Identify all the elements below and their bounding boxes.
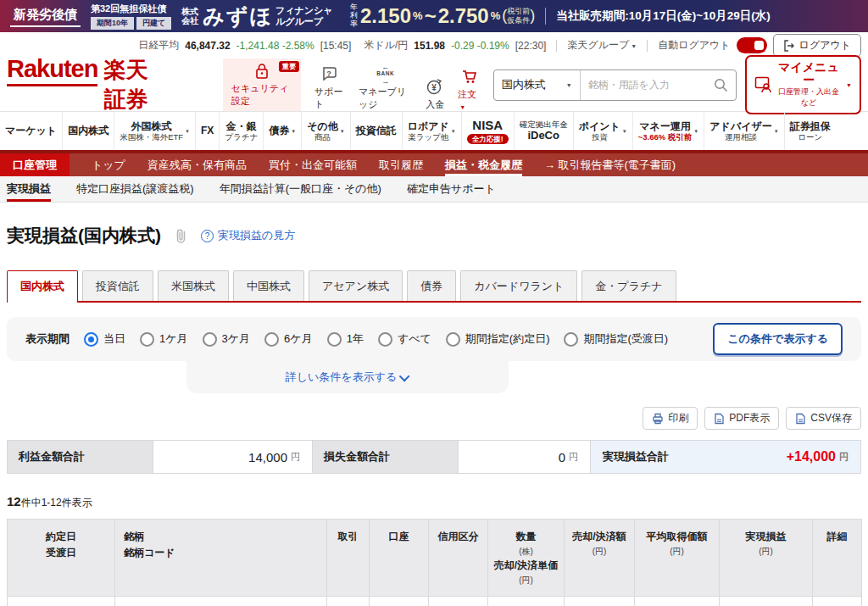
period-option-3months[interactable]: 3ケ月	[203, 331, 251, 347]
question-circle-icon	[201, 230, 214, 242]
table-row[interactable]: 2025/10/142025/10/16 京都フィナンシャルG5844 売埋 特…	[8, 597, 862, 606]
deposit-button[interactable]: ¥ 入金	[426, 77, 444, 111]
nikkei-time: [15:45]	[320, 40, 352, 52]
account-nav-pl-tax-history[interactable]: 損益・税金履歴	[445, 153, 522, 176]
support-label: サポート	[314, 86, 345, 111]
period-option-1year[interactable]: 1年	[327, 331, 364, 347]
tab-us-stocks[interactable]: 米国株式	[158, 270, 229, 301]
chevron-down-icon: ▼	[631, 43, 637, 49]
logout-icon	[783, 40, 795, 52]
chat-question-icon: ?	[320, 64, 339, 83]
account-nav-trade-history[interactable]: 取引履歴	[379, 153, 423, 176]
my-menu-button[interactable]: マイメニュー 口座管理・入出金など ▼	[745, 55, 861, 115]
loss-total-label: 損失金額合計	[313, 441, 459, 473]
usdjpy-value: 151.98	[414, 40, 445, 52]
account-nav-buying-power[interactable]: 買付・出金可能額	[269, 153, 357, 176]
nav-securities-loan[interactable]: 証券担保ローン	[784, 112, 836, 150]
pl-help-link[interactable]: 実現損益の見方	[201, 228, 295, 243]
chevron-down-icon: ▼	[185, 129, 190, 134]
nav-money-management[interactable]: マネー運用~3.66% 税引前▼	[632, 112, 704, 150]
nav-nisa[interactable]: NISA全力応援!	[461, 112, 514, 150]
logout-button[interactable]: ログアウト	[773, 34, 861, 57]
cell-realized-pl: +1,000	[720, 597, 813, 606]
account-nav-assets[interactable]: 資産残高・保有商品	[147, 153, 247, 176]
realized-pl-total-label: 実現損益合計	[603, 449, 669, 464]
paperclip-icon[interactable]	[174, 228, 188, 244]
col-account-type: 口座	[370, 520, 429, 597]
svg-text:?: ?	[326, 69, 331, 78]
title-row: 実現損益(国内株式) 実現損益の見方	[7, 224, 861, 247]
ad-note-line1: 税引前	[507, 7, 530, 16]
nav-robo-advisor[interactable]: ロボアド楽ラップ他▼	[402, 112, 461, 150]
tab-asean-stocks[interactable]: アセアン株式	[309, 270, 403, 301]
subnav-realized-pl[interactable]: 実現損益	[7, 176, 51, 202]
nav-ideco[interactable]: 確定拠出年金iDeCo	[514, 112, 573, 150]
tab-domestic-stocks[interactable]: 国内株式	[7, 270, 78, 303]
apply-filter-button[interactable]: この条件で表示する	[713, 323, 843, 355]
radio-icon	[264, 332, 279, 347]
print-button[interactable]: 印刷	[643, 407, 698, 430]
security-settings-label: セキュリティ設定	[231, 82, 292, 108]
tab-gold-platinum[interactable]: 金・プラチナ	[581, 270, 676, 301]
display-period-filter: 表示期間 当日 1ケ月 3ケ月 6ケ月 1年 すべて 期間指定(約定日) 期間指…	[7, 317, 861, 361]
tab-covered-warrants[interactable]: カバードワラント	[460, 270, 577, 301]
nav-bonds[interactable]: 債券▼	[263, 112, 301, 150]
realized-pl-table: 約定日受渡日 銘柄銘柄コード 取引 口座 信用区分 数量(株) 売却/決済単価(…	[7, 519, 862, 606]
nikkei-value: 46,847.32	[185, 40, 230, 52]
cell-avg-price: 3,030.00	[635, 597, 720, 606]
search-icon[interactable]	[714, 78, 728, 92]
pdf-view-button[interactable]: PDF表示	[704, 407, 779, 430]
pl-sub-nav: 実現損益 特定口座損益(譲渡益税) 年間損益計算(一般口座・その他) 確定申告サ…	[0, 176, 868, 203]
money-bridge-label: マネーブリッジ	[359, 86, 412, 111]
nav-fx[interactable]: FX	[195, 112, 219, 150]
show-detailed-conditions-link[interactable]: 詳しい条件を表示する	[286, 370, 410, 385]
auto-logout-toggle[interactable]	[737, 37, 767, 53]
my-menu-subtitle: 口座管理・入出金など	[778, 86, 839, 108]
ad-issuer-prefix: 株式会社	[181, 7, 200, 26]
realized-pl-total: 実現損益合計 +14,000円	[591, 441, 860, 473]
ad-rate-low: 2.150	[360, 4, 411, 28]
ad-note-line2: 仮条件	[507, 16, 530, 25]
order-button[interactable]: 注文 ▼	[458, 67, 481, 111]
tab-bonds[interactable]: 債券	[407, 270, 456, 301]
logo-en: Rakuten	[7, 55, 97, 86]
account-nav-top[interactable]: トップ	[92, 153, 125, 176]
nav-advisor[interactable]: アドバイザー運用相談▼	[704, 112, 783, 150]
period-option-range-trade-date[interactable]: 期間指定(約定日)	[446, 331, 550, 347]
period-option-all[interactable]: すべて	[378, 331, 431, 347]
rakuten-securities-logo[interactable]: Rakuten 楽天証券	[7, 55, 167, 114]
account-nav-trade-reports[interactable]: → 取引報告書等(電子書面)	[544, 153, 676, 176]
period-option-today[interactable]: 当日	[84, 331, 125, 347]
nav-gold-platinum[interactable]: 金・銀プラチナ	[219, 112, 263, 150]
tab-china-stocks[interactable]: 中国株式	[233, 270, 304, 301]
nav-point-investment[interactable]: ポイント投資▼	[573, 112, 632, 150]
subnav-annual-pl[interactable]: 年間損益計算(一般口座・その他)	[220, 176, 381, 202]
nav-other-products[interactable]: その他商品▼	[301, 112, 350, 150]
period-option-range-settle-date[interactable]: 期間指定(受渡日)	[564, 331, 668, 347]
page-title: 実現損益(国内株式)	[7, 224, 161, 247]
pl-summary-bar: 利益金額合計 14,000円 損失金額合計 0円 実現損益合計 +14,000円	[7, 440, 861, 474]
mizuho-bond-ad-banner[interactable]: 新発劣後債 第32回無担保社債 期間10年 円建て 株式会社 みずほ フィナンシ…	[0, 0, 868, 32]
support-button[interactable]: ? サポート	[314, 64, 345, 111]
nav-investment-trusts[interactable]: 投資信託	[350, 112, 402, 150]
search-input[interactable]	[581, 79, 706, 91]
loss-total-value: 0円	[459, 441, 591, 473]
rakuten-group-menu[interactable]: 楽天グループ▼	[567, 38, 637, 53]
ticker-divider	[556, 40, 557, 52]
chevron-down-icon	[399, 370, 410, 381]
subnav-tax-return-support[interactable]: 確定申告サポート	[407, 176, 496, 202]
tab-investment-trusts[interactable]: 投資信託	[82, 270, 153, 301]
nav-domestic-stocks[interactable]: 国内株式	[62, 112, 114, 150]
ad-rate: 年利率 2.150 % ~ 2.750 % 税引前 仮条件	[350, 3, 535, 29]
money-bridge-button[interactable]: BANK マネーブリッジ	[359, 64, 412, 111]
csv-save-button[interactable]: CSV保存	[786, 407, 861, 430]
main-product-nav: マーケット 国内株式 外国株式米国株・海外ETF▼ FX 金・銀プラチナ 債券▼…	[0, 111, 868, 150]
period-option-1month[interactable]: 1ケ月	[140, 331, 188, 347]
period-option-6months[interactable]: 6ケ月	[264, 331, 313, 347]
nav-market[interactable]: マーケット	[0, 112, 62, 150]
nav-foreign-stocks[interactable]: 外国株式米国株・海外ETF▼	[114, 112, 195, 150]
subnav-specific-account-pl[interactable]: 特定口座損益(譲渡益税)	[76, 176, 194, 202]
search-category-select[interactable]: 国内株式 ▼	[494, 70, 581, 100]
rakuten-securities-page: 新発劣後債 第32回無担保社債 期間10年 円建て 株式会社 みずほ フィナンシ…	[0, 0, 868, 606]
security-settings-button[interactable]: 重要 セキュリティ設定	[223, 58, 301, 111]
